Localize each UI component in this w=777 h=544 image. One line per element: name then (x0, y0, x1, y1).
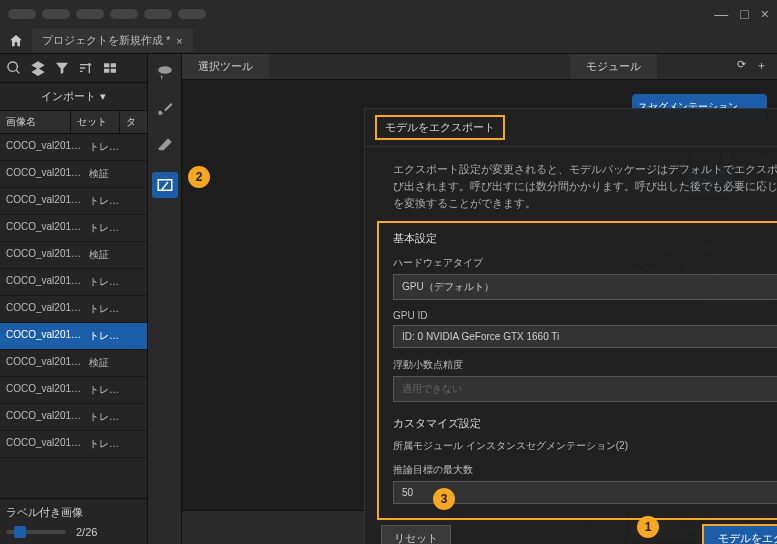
modal-description: エクスポート設定が変更されると、モデルパッケージはデフォルトでエクスポートされた… (365, 147, 777, 221)
rectangle-tool[interactable] (152, 172, 178, 198)
image-row[interactable]: COCO_val201…検証 (0, 350, 147, 377)
marker-1: 1 (637, 516, 659, 538)
project-tab[interactable]: プロジェクトを新規作成 * × (32, 29, 193, 52)
labeled-count: 2/26 (76, 526, 97, 538)
modal-title: モデルをエクスポート (375, 115, 505, 140)
image-row[interactable]: COCO_val201…トレ… (0, 377, 147, 404)
modal-export-button[interactable]: モデルをエクスポート (702, 524, 777, 544)
hardware-type-select[interactable]: GPU（デフォルト）▼ (393, 274, 777, 300)
image-row[interactable]: COCO_val201…トレ… (0, 134, 147, 161)
tab-select-tool[interactable]: 選択ツール (182, 54, 269, 79)
image-row[interactable]: COCO_val201…トレ… (0, 215, 147, 242)
home-icon[interactable] (8, 33, 24, 49)
tab-module[interactable]: モジュール (570, 54, 657, 79)
gpu-id-label: GPU ID (393, 310, 777, 321)
image-row[interactable]: COCO_val201…トレ… (0, 323, 147, 350)
image-row[interactable]: COCO_val201…トレ… (0, 404, 147, 431)
image-row[interactable]: COCO_val201…検証 (0, 161, 147, 188)
view-icon[interactable] (102, 60, 118, 76)
gpu-id-select[interactable]: ID: 0 NVIDIA GeForce GTX 1660 Ti▼ (393, 325, 777, 348)
sort-icon[interactable] (78, 60, 94, 76)
tab-label: プロジェクトを新規作成 * (42, 33, 170, 48)
modal-reset-button[interactable]: リセット (381, 525, 451, 544)
image-row[interactable]: COCO_val201…トレ… (0, 296, 147, 323)
float-precision-label: 浮動小数点精度 (393, 358, 777, 372)
tab-close-icon[interactable]: × (176, 35, 182, 47)
basic-settings-title: 基本設定 (393, 231, 777, 246)
add-icon[interactable]: ＋ (756, 58, 767, 73)
export-modal: モデルをエクスポート ✕ エクスポート設定が変更されると、モデルパッケージはデフ… (364, 108, 777, 544)
labeled-label: ラベル付き画像 (6, 505, 141, 520)
lasso-icon[interactable] (156, 64, 174, 82)
marker-3: 3 (433, 488, 455, 510)
image-row[interactable]: COCO_val201…トレ… (0, 431, 147, 458)
hardware-type-label: ハードウェアタイプ (393, 256, 777, 270)
custom-settings-title: カスタマイズ設定 (393, 416, 777, 431)
filter-icon[interactable] (54, 60, 70, 76)
labeled-slider[interactable] (6, 530, 66, 534)
minimize-button[interactable]: — (714, 6, 728, 22)
image-table-header: 画像名 セット タ (0, 111, 147, 134)
close-window-button[interactable]: × (761, 6, 769, 22)
import-dropdown[interactable]: インポート ▾ (0, 83, 147, 111)
search-icon[interactable] (6, 60, 22, 76)
float-precision-select: 適用できない (393, 376, 777, 402)
marker-2: 2 (188, 166, 210, 188)
image-row[interactable]: COCO_val201…トレ… (0, 188, 147, 215)
image-row[interactable]: COCO_val201…トレ… (0, 269, 147, 296)
layers-icon[interactable] (30, 60, 46, 76)
settings-section: 基本設定 ハードウェアタイプ GPU（デフォルト）▼ GPU ID ID: 0 … (377, 221, 777, 520)
module-label: 所属モジュール インスタンスセグメンテーション(2) (393, 439, 777, 453)
image-row[interactable]: COCO_val201…検証 (0, 242, 147, 269)
maximize-button[interactable]: □ (740, 6, 748, 22)
max-targets-label: 推論目標の最大数 (393, 463, 777, 477)
brush-icon[interactable] (156, 100, 174, 118)
refresh-icon[interactable]: ⟳ (737, 58, 746, 73)
eraser-icon[interactable] (156, 136, 174, 154)
